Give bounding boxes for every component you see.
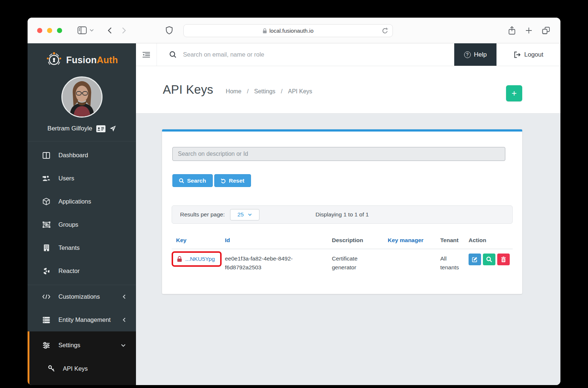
browser-window: local.fusionauth.io: [28, 18, 560, 385]
delete-button[interactable]: [497, 254, 510, 265]
breadcrumb: Home / Settings / API Keys: [226, 88, 312, 95]
nav-label: Users: [58, 175, 74, 182]
search-button[interactable]: Search: [172, 174, 213, 187]
api-key-key-manager: [388, 253, 440, 272]
sidebar-item-entity-management[interactable]: Entity Management: [28, 308, 136, 331]
api-key-link[interactable]: ...NKU5Ypg: [185, 256, 215, 262]
fusionauth-logo: FusionAuth: [28, 51, 136, 69]
header-tenant: Tenant: [440, 237, 469, 244]
app-top-bar: ? Help Logout: [136, 43, 560, 66]
question-icon: ?: [464, 51, 471, 58]
sidebar-item-dashboard[interactable]: Dashboard: [28, 144, 136, 167]
close-button[interactable]: [37, 28, 42, 33]
sidebar-item-settings[interactable]: Settings: [29, 334, 136, 357]
radiation-icon: [42, 267, 50, 275]
api-key-tenant: All tenants: [440, 254, 463, 272]
logout-icon: [514, 51, 521, 58]
nav-label: Settings: [58, 342, 80, 349]
sidebar-nav-groups: Customizations Entity Management: [28, 285, 136, 331]
table-row: ...NKU5Ypg ee0e1f3a-fa82-4ebe-8492-f6d87…: [172, 249, 513, 272]
sidebar-item-users[interactable]: Users: [28, 167, 136, 190]
sidebar-panel-icon[interactable]: [78, 26, 87, 34]
building-icon: [42, 244, 50, 251]
key-icon: [48, 365, 55, 373]
url-bar[interactable]: local.fusionauth.io: [183, 24, 393, 37]
add-api-key-button[interactable]: +: [506, 85, 522, 101]
reset-button[interactable]: Reset: [214, 174, 251, 187]
reset-button-label: Reset: [229, 177, 244, 184]
breadcrumb-settings[interactable]: Settings: [254, 88, 275, 95]
help-label: Help: [474, 51, 487, 58]
logout-label: Logout: [524, 51, 544, 58]
annotation-highlight-box: ...NKU5Ypg: [172, 251, 222, 267]
header-key[interactable]: Key: [172, 237, 225, 244]
refresh-icon[interactable]: [382, 28, 388, 34]
url-text: local.fusionauth.io: [269, 28, 313, 34]
server-icon: [42, 317, 50, 323]
global-search-input[interactable]: [183, 51, 404, 58]
code-icon: [42, 294, 50, 299]
api-key-id: ee0e1f3a-fa82-4ebe-8492-f6d8792a2503: [225, 254, 309, 272]
logout-button[interactable]: Logout: [496, 43, 560, 66]
share-icon[interactable]: [508, 26, 516, 35]
global-search: [157, 43, 454, 66]
privacy-shield-icon[interactable]: [166, 26, 173, 35]
sliders-icon: [42, 342, 50, 349]
nav-label: Reactor: [58, 267, 80, 274]
sidebar-item-tenants[interactable]: Tenants: [28, 236, 136, 259]
breadcrumb-home[interactable]: Home: [226, 88, 241, 95]
chevron-down-icon: [121, 344, 126, 347]
header-key-manager[interactable]: Key manager: [388, 237, 440, 244]
nav-label: Entity Management: [58, 316, 111, 323]
locale-plane-icon[interactable]: [110, 125, 116, 132]
lock-icon: [263, 28, 267, 33]
id-card-icon[interactable]: [96, 125, 105, 132]
collapse-menu-button[interactable]: [136, 43, 157, 66]
user-name: Bertram Gilfoyle: [47, 125, 92, 132]
tab-overview-icon[interactable]: [542, 26, 550, 35]
api-key-description: Certificate generator: [332, 254, 375, 272]
nav-label: Groups: [58, 221, 78, 228]
header-action: Action: [469, 237, 513, 244]
sidebar: FusionAuth Bert: [28, 43, 136, 385]
table-header-row: Key Id Description Key manager Tenant Ac…: [172, 237, 513, 249]
forward-button[interactable]: [122, 27, 126, 34]
chevron-left-icon: [123, 317, 126, 322]
row-actions: [469, 253, 513, 265]
back-button[interactable]: [108, 27, 112, 34]
nav-label: API Keys: [63, 365, 88, 372]
sidebar-item-customizations[interactable]: Customizations: [28, 285, 136, 308]
view-button[interactable]: [483, 254, 495, 265]
edit-button[interactable]: [469, 254, 481, 265]
sidebar-item-reactor[interactable]: Reactor: [28, 259, 136, 283]
header-description: Description: [332, 237, 388, 244]
chevron-left-icon: [123, 294, 126, 299]
header-id[interactable]: Id: [225, 237, 332, 244]
results-bar: Results per page: 25 Displaying 1 to 1 o…: [172, 205, 513, 224]
sidebar-item-applications[interactable]: Applications: [28, 190, 136, 213]
user-avatar: [61, 76, 103, 118]
sidebar-settings-section: Settings API Keys: [28, 331, 136, 385]
columns-icon: [42, 152, 50, 159]
displaying-text: Displaying 1 to 1 of 1: [172, 211, 512, 218]
content-area: Search Reset Results per page: 25: [136, 114, 560, 385]
sidebar-nav: Dashboard Users Applications Groups Tena…: [28, 141, 136, 285]
maximize-button[interactable]: [57, 28, 62, 33]
users-icon: [42, 175, 50, 182]
nav-label: Tenants: [58, 244, 80, 251]
nav-label: Customizations: [58, 293, 100, 300]
breadcrumb-api-keys[interactable]: API Keys: [288, 88, 312, 95]
sidebar-item-api-keys[interactable]: API Keys: [29, 357, 136, 380]
new-tab-icon[interactable]: [525, 27, 533, 34]
help-button[interactable]: ? Help: [454, 43, 496, 66]
search-button-label: Search: [187, 177, 206, 184]
chevron-down-icon[interactable]: [90, 29, 94, 32]
browser-toolbar: local.fusionauth.io: [28, 18, 560, 43]
brand-text: FusionAuth: [66, 55, 118, 65]
page-header: API Keys Home / Settings / API Keys +: [136, 66, 560, 114]
description-search-input[interactable]: [172, 147, 505, 161]
sidebar-item-groups[interactable]: Groups: [28, 213, 136, 236]
page-title: API Keys: [163, 83, 213, 97]
window-controls: [37, 28, 62, 33]
minimize-button[interactable]: [47, 28, 52, 33]
